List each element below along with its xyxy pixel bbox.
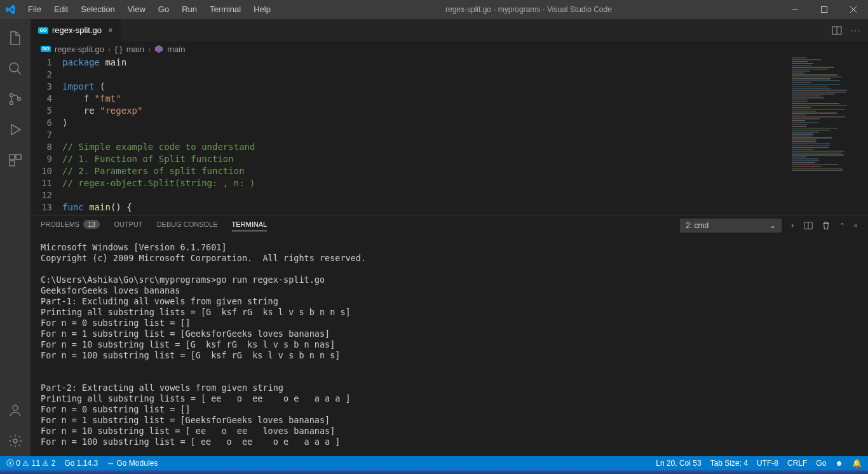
menu-run[interactable]: Run (175, 0, 203, 19)
extensions-icon[interactable] (0, 145, 31, 175)
menu-terminal[interactable]: Terminal (203, 0, 247, 19)
terminal-selector[interactable]: 2: cmd ⌄ (680, 219, 782, 233)
new-terminal-icon[interactable]: + (790, 222, 794, 229)
editor-tabs: GO regex-split.go × ··· (31, 19, 868, 41)
status-eol[interactable]: CRLF (787, 459, 807, 468)
maximize-panel-icon[interactable]: ⌃ (839, 222, 845, 230)
maximize-button[interactable] (810, 0, 839, 19)
breadcrumb[interactable]: GO regex-split.go › { } main › main (31, 41, 868, 57)
accounts-icon[interactable] (0, 395, 31, 426)
menu-bar: FileEditSelectionViewGoRunTerminalHelp (22, 0, 277, 19)
bottom-panel: PROBLEMS 13 OUTPUT DEBUG CONSOLE TERMINA… (31, 215, 868, 456)
minimize-button[interactable] (780, 0, 810, 19)
tab-label: regex-split.go (52, 25, 102, 35)
svg-rect-1 (822, 7, 827, 13)
go-file-icon: GO (41, 46, 51, 52)
titlebar: FileEditSelectionViewGoRunTerminalHelp r… (0, 0, 868, 19)
status-bar: ⓧ 0 ⚠ 11 ⚠ 2 Go 1.14.3 ↔ Go Modules Ln 2… (0, 456, 868, 470)
status-errors-warnings[interactable]: ⓧ 0 ⚠ 11 ⚠ 2 (6, 458, 55, 469)
svg-rect-0 (792, 10, 798, 10)
terminal-output[interactable]: Microsoft Windows [Version 6.1.7601] Cop… (31, 236, 868, 456)
svg-rect-8 (10, 161, 15, 166)
close-button[interactable] (839, 0, 868, 19)
svg-point-2 (10, 63, 18, 72)
menu-view[interactable]: View (121, 0, 152, 19)
source-control-icon[interactable] (0, 84, 31, 114)
close-panel-icon[interactable]: × (854, 222, 858, 229)
breadcrumb-file: regex-split.go (55, 44, 104, 54)
status-go-modules[interactable]: ↔ Go Modules (107, 459, 158, 468)
window-title: regex-split.go - myprograms - Visual Stu… (277, 5, 780, 14)
menu-go[interactable]: Go (152, 0, 175, 19)
menu-edit[interactable]: Edit (48, 0, 74, 19)
tab-debug-console[interactable]: DEBUG CONSOLE (157, 220, 218, 231)
status-encoding[interactable]: UTF-8 (757, 459, 778, 468)
svg-point-5 (18, 98, 21, 101)
menu-selection[interactable]: Selection (74, 0, 121, 19)
breadcrumb-package: main (126, 44, 144, 54)
explorer-icon[interactable] (0, 23, 31, 53)
go-file-icon: GO (38, 27, 48, 34)
vscode-logo-icon (5, 4, 15, 15)
code-editor[interactable]: 12345678910111213 package main import ( … (31, 57, 868, 215)
svg-point-9 (13, 405, 18, 410)
problems-badge: 13 (83, 220, 100, 229)
svg-point-3 (10, 94, 13, 97)
tab-close-icon[interactable]: × (108, 25, 113, 35)
status-go-version[interactable]: Go 1.14.3 (64, 459, 98, 468)
run-debug-icon[interactable] (0, 114, 31, 145)
menu-file[interactable]: File (22, 0, 48, 19)
minimap[interactable] (789, 57, 859, 215)
tab-regex-split[interactable]: GO regex-split.go × (31, 19, 121, 41)
svg-rect-6 (10, 154, 15, 159)
svg-point-10 (13, 439, 17, 443)
status-cursor-position[interactable]: Ln 20, Col 53 (656, 459, 701, 468)
status-language[interactable]: Go (816, 459, 826, 468)
activity-bar (0, 19, 31, 456)
notifications-icon[interactable]: 🔔 (852, 459, 862, 468)
svg-rect-7 (16, 154, 21, 159)
svg-point-4 (10, 102, 13, 105)
tab-output[interactable]: OUTPUT (114, 220, 142, 231)
feedback-icon[interactable]: ☻ (835, 459, 843, 468)
kill-terminal-icon[interactable] (822, 221, 831, 230)
tab-terminal[interactable]: TERMINAL (232, 220, 268, 231)
chevron-down-icon: ⌄ (770, 221, 776, 230)
window-controls (780, 0, 868, 19)
more-actions-icon[interactable]: ··· (851, 25, 862, 35)
code-content[interactable]: package main import ( f "fmt" re "regexp… (62, 57, 868, 215)
breadcrumb-function: main (167, 44, 185, 54)
status-indentation[interactable]: Tab Size: 4 (710, 459, 748, 468)
symbol-function-icon (154, 44, 163, 53)
split-editor-icon[interactable] (832, 25, 842, 36)
settings-gear-icon[interactable] (0, 426, 31, 456)
tab-problems[interactable]: PROBLEMS 13 (41, 220, 100, 231)
panel-tabs: PROBLEMS 13 OUTPUT DEBUG CONSOLE TERMINA… (31, 215, 868, 236)
split-terminal-icon[interactable] (804, 221, 813, 230)
menu-help[interactable]: Help (247, 0, 277, 19)
search-icon[interactable] (0, 53, 31, 84)
line-numbers: 12345678910111213 (31, 57, 62, 215)
windows-taskbar (0, 470, 868, 474)
